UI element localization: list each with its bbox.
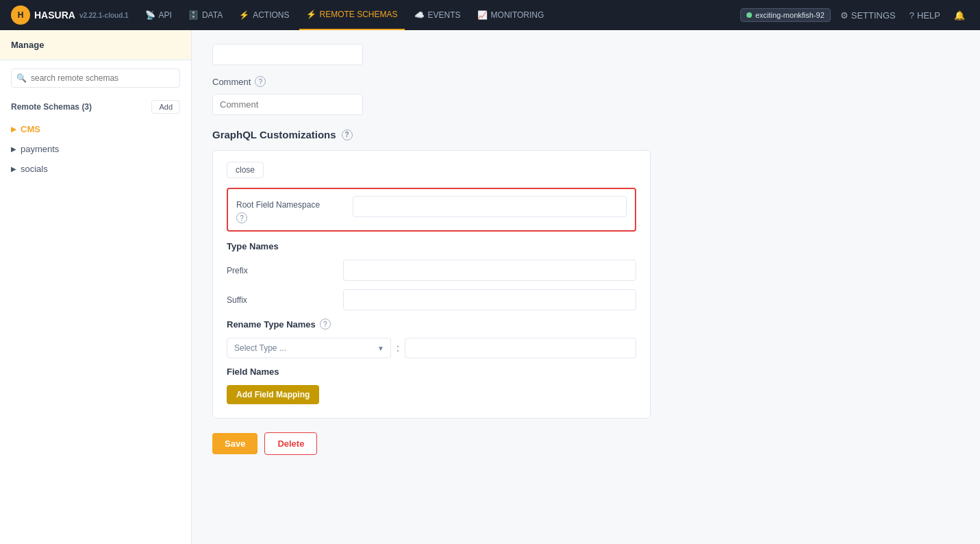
chevron-right-icon: ▶ [11,125,16,133]
env-badge[interactable]: exciting-monkfish-92 [740,8,831,22]
env-status-dot [746,12,752,18]
api-icon: 📡 [145,10,155,20]
prefix-input-wrap: prefix_ [343,260,636,281]
nav-data[interactable]: 🗄️ DATA [181,0,229,30]
sidebar-search-wrap: 🔍 [0,60,191,96]
root-field-namespace-input[interactable]: cms [353,196,627,217]
layout: Manage 🔍 Remote Schemas (3) Add ▶ CMS ▶ … [0,30,980,544]
sidebar-item-label: socials [21,164,48,174]
delete-button[interactable]: Delete [264,432,317,455]
sidebar: Manage 🔍 Remote Schemas (3) Add ▶ CMS ▶ … [0,30,192,544]
rename-type-names-title-row: Rename Type Names ? [227,319,636,330]
colon-separator: : [397,343,399,354]
root-field-help-icon[interactable]: ? [236,212,247,223]
settings-icon: ⚙ [840,10,849,21]
rename-type-select[interactable]: Select Type ... [227,338,391,358]
close-button[interactable]: close [227,162,264,178]
add-schema-button[interactable]: Add [151,100,180,114]
arrow-svg [192,432,199,453]
bottom-actions: Save Delete [212,432,651,455]
main-content: 60 Comment ? GraphQL Customizations ? cl… [192,30,980,544]
root-field-namespace-row: Root Field Namespace ? cms [227,188,636,232]
help-icon: ? [909,10,914,21]
events-icon: ☁️ [414,10,425,20]
comment-input[interactable] [212,94,363,115]
suffix-input[interactable]: _suffix [343,289,636,310]
version-text: v2.22.1-cloud.1 [79,12,129,19]
rename-select-wrap: Select Type ... ▼ [227,338,391,358]
sidebar-item-cms[interactable]: ▶ CMS [0,119,191,139]
sidebar-item-socials[interactable]: ▶ socials [0,159,191,179]
bell-icon: 🔔 [954,10,965,21]
nav-monitoring[interactable]: 📈 MONITORING [470,0,551,30]
prefix-label: Prefix [227,266,336,275]
chevron-right-icon: ▶ [11,165,16,173]
nav-events[interactable]: ☁️ EVENTS [407,0,468,30]
logo: H HASURA v2.22.1-cloud.1 [11,5,129,25]
nav-api[interactable]: 📡 API [138,0,179,30]
monitoring-icon: 📈 [477,10,488,20]
add-field-mapping-button[interactable]: Add Field Mapping [227,385,319,404]
sidebar-section-title: Remote Schemas (3) [11,102,92,112]
logo-icon: H [11,5,30,25]
nav-actions[interactable]: ⚡ ACTIONS [232,0,296,30]
top-value-wrap: 60 [212,44,363,65]
sidebar-item-label: CMS [21,124,40,134]
root-field-label: Root Field Namespace ? [236,196,346,223]
notifications-btn[interactable]: 🔔 [950,10,969,21]
prefix-row: Prefix prefix_ [227,260,636,281]
customizations-box: close Root Field Namespace ? cms Type Na… [212,150,651,419]
comment-section: Comment ? [212,76,959,115]
nav-remote-schemas[interactable]: ⚡ REMOTE SCHEMAS [299,0,405,30]
remote-schemas-icon: ⚡ [306,10,316,19]
logo-text: HASURA [34,10,75,21]
arrow-indicator [192,432,199,455]
topnav: H HASURA v2.22.1-cloud.1 📡 API 🗄️ DATA ⚡… [0,0,980,30]
graphql-help-icon[interactable]: ? [342,129,353,140]
suffix-row: Suffix _suffix [227,289,636,310]
sidebar-section-header: Remote Schemas (3) Add [0,96,191,119]
field-names-title: Field Names [227,367,636,377]
help-btn[interactable]: ? HELP [905,10,944,21]
rename-value-input[interactable] [405,338,636,358]
comment-label: Comment ? [212,76,959,87]
save-button[interactable]: Save [212,433,257,454]
sidebar-item-label: payments [21,144,59,154]
graphql-customizations-title-row: GraphQL Customizations ? [212,129,959,140]
rename-type-row: Select Type ... ▼ : [227,338,636,358]
sidebar-item-payments[interactable]: ▶ payments [0,139,191,159]
env-name: exciting-monkfish-92 [755,11,825,19]
search-input[interactable] [11,69,180,88]
settings-btn[interactable]: ⚙ SETTINGS [836,10,900,21]
suffix-input-wrap: _suffix [343,289,636,310]
sidebar-manage-label: Manage [0,30,191,60]
top-value-input[interactable]: 60 [212,44,363,65]
graphql-customizations-title: GraphQL Customizations [212,129,336,140]
prefix-input[interactable]: prefix_ [343,260,636,281]
data-icon: 🗄️ [188,10,199,20]
root-field-input-wrap: cms [353,196,627,217]
suffix-label: Suffix [227,295,336,305]
actions-icon: ⚡ [239,10,249,20]
rename-type-names-title: Rename Type Names [227,319,316,330]
type-names-title: Type Names [227,241,636,251]
comment-help-icon[interactable]: ? [255,76,266,87]
rename-type-help-icon[interactable]: ? [320,319,331,330]
chevron-right-icon: ▶ [11,145,16,153]
